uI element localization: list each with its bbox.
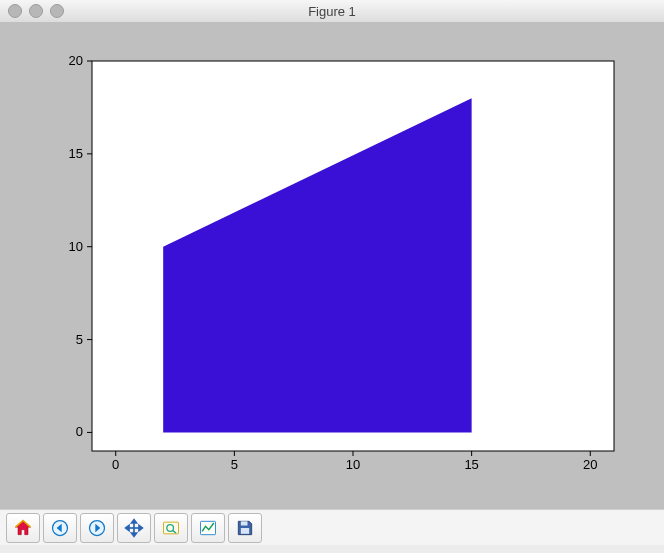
window-title: Figure 1 <box>0 4 664 19</box>
toolbar <box>0 509 664 545</box>
y-tick-label: 15 <box>69 146 83 161</box>
y-tick-label: 10 <box>69 239 83 254</box>
plot-canvas: 05101520 05101520 <box>10 33 654 499</box>
zoom-window-button[interactable] <box>50 4 64 18</box>
figure-area: 05101520 05101520 <box>0 23 664 509</box>
close-window-button[interactable] <box>8 4 22 18</box>
x-tick-label: 0 <box>112 457 119 472</box>
save-icon <box>235 518 255 538</box>
x-tick-label: 10 <box>346 457 360 472</box>
window-controls <box>8 4 64 18</box>
pan-button[interactable] <box>117 513 151 543</box>
arrow-right-icon <box>87 518 107 538</box>
x-tick-label: 5 <box>231 457 238 472</box>
zoom-button[interactable] <box>154 513 188 543</box>
x-tick-label: 20 <box>583 457 597 472</box>
svg-rect-8 <box>241 521 248 525</box>
svg-rect-9 <box>241 528 249 534</box>
arrow-left-icon <box>50 518 70 538</box>
subplot-icon <box>198 518 218 538</box>
minimize-window-button[interactable] <box>29 4 43 18</box>
x-ticks: 05101520 <box>112 451 597 472</box>
home-button[interactable] <box>6 513 40 543</box>
plot-svg: 05101520 05101520 <box>10 33 654 499</box>
svg-rect-4 <box>164 522 179 534</box>
x-tick-label: 15 <box>464 457 478 472</box>
y-tick-label: 0 <box>76 424 83 439</box>
zoom-icon <box>161 518 181 538</box>
y-tick-label: 5 <box>76 332 83 347</box>
move-icon <box>124 518 144 538</box>
save-button[interactable] <box>228 513 262 543</box>
forward-button[interactable] <box>80 513 114 543</box>
home-icon <box>13 518 33 538</box>
y-ticks: 05101520 <box>69 53 92 439</box>
window-titlebar: Figure 1 <box>0 0 664 23</box>
configure-subplots-button[interactable] <box>191 513 225 543</box>
y-tick-label: 20 <box>69 53 83 68</box>
back-button[interactable] <box>43 513 77 543</box>
